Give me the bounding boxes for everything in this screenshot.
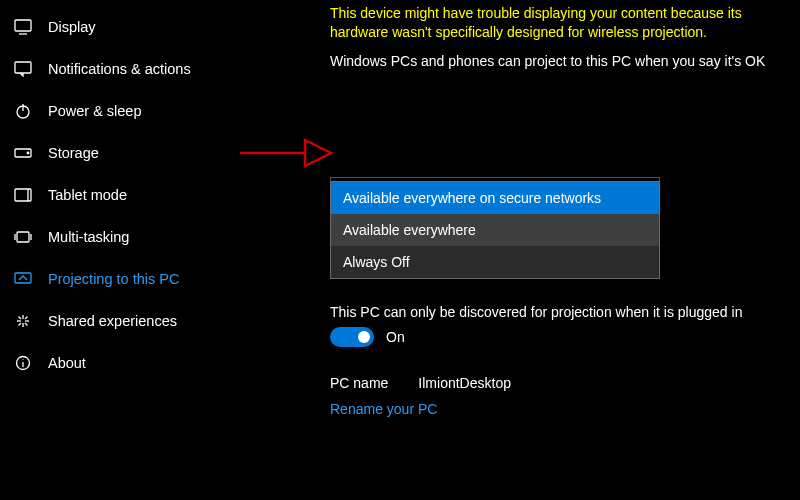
sidebar-item-label: Display: [48, 19, 96, 35]
hardware-warning: This device might have trouble displayin…: [330, 4, 770, 42]
discover-state: On: [386, 329, 405, 345]
sidebar-item-label: Multi-tasking: [48, 229, 129, 245]
sidebar-item-label: Storage: [48, 145, 99, 161]
display-icon: [12, 19, 34, 35]
sidebar-item-projecting[interactable]: Projecting to this PC: [0, 258, 260, 300]
notifications-icon: [12, 61, 34, 77]
tablet-icon: [12, 188, 34, 202]
sidebar-item-power[interactable]: Power & sleep: [0, 90, 260, 132]
projection-permission-dropdown-popup[interactable]: Available everywhere on secure networks …: [330, 181, 660, 279]
svg-point-6: [27, 152, 29, 154]
pcname-label: PC name: [330, 375, 388, 391]
shared-icon: [12, 313, 34, 329]
svg-point-23: [22, 359, 23, 360]
sidebar-item-display[interactable]: Display: [0, 6, 260, 48]
svg-line-17: [19, 317, 22, 320]
svg-line-18: [25, 323, 28, 326]
sidebar-item-label: Tablet mode: [48, 187, 127, 203]
dropdown-option-everywhere[interactable]: Available everywhere: [331, 214, 659, 246]
about-icon: [12, 355, 34, 371]
sidebar-item-label: Power & sleep: [48, 103, 142, 119]
svg-rect-2: [15, 62, 31, 73]
sidebar-item-storage[interactable]: Storage: [0, 132, 260, 174]
svg-line-20: [19, 323, 22, 326]
multitasking-icon: [12, 230, 34, 244]
sidebar-item-label: Notifications & actions: [48, 61, 191, 77]
sidebar-item-label: Shared experiences: [48, 313, 177, 329]
sidebar-item-notifications[interactable]: Notifications & actions: [0, 48, 260, 90]
svg-rect-0: [15, 20, 31, 31]
dropdown-option-secure[interactable]: Available everywhere on secure networks: [331, 182, 659, 214]
rename-pc-link[interactable]: Rename your PC: [330, 401, 770, 417]
svg-rect-12: [15, 273, 31, 283]
sidebar-item-about[interactable]: About: [0, 342, 260, 384]
power-icon: [12, 103, 34, 119]
svg-rect-9: [17, 232, 29, 242]
sidebar-item-label: About: [48, 355, 86, 371]
sidebar-item-multitasking[interactable]: Multi-tasking: [0, 216, 260, 258]
projection-permission-label: Windows PCs and phones can project to th…: [330, 52, 770, 71]
svg-line-19: [25, 317, 28, 320]
pcname-value: IlmiontDesktop: [418, 375, 511, 391]
discover-label: This PC can only be discovered for proje…: [330, 303, 770, 322]
projecting-icon: [12, 272, 34, 286]
storage-icon: [12, 147, 34, 159]
sidebar-item-label: Projecting to this PC: [48, 271, 179, 287]
sidebar-item-tablet[interactable]: Tablet mode: [0, 174, 260, 216]
discover-toggle[interactable]: [330, 327, 374, 347]
sidebar-item-shared[interactable]: Shared experiences: [0, 300, 260, 342]
dropdown-option-off[interactable]: Always Off: [331, 246, 659, 278]
